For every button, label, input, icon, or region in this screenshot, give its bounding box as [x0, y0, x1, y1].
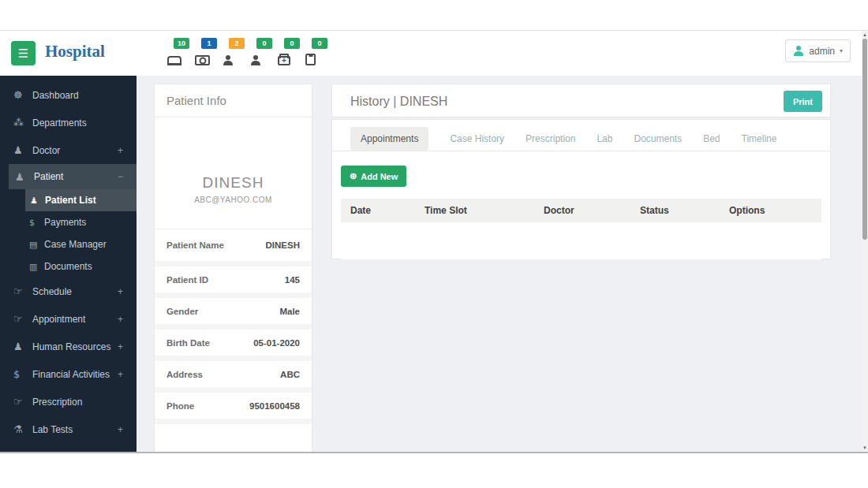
plus-circle-icon: ⊕: [350, 171, 357, 181]
beds-count-badge: 10: [174, 38, 189, 49]
plus-icon: +: [118, 314, 123, 325]
patients-count-badge: 2: [229, 38, 245, 49]
column-status: Status: [630, 205, 720, 216]
patient-field-row: Address ABC: [155, 356, 312, 387]
sidebar-item-dashboard[interactable]: ☸ Dashboard: [0, 81, 137, 109]
user-icon: ♟: [30, 196, 45, 206]
sidebar-item-doctor[interactable]: ♟ Doctor +: [0, 136, 137, 164]
plus-icon: +: [118, 424, 123, 435]
patient-field-row: Patient Name DINESH: [155, 229, 312, 261]
hand-icon: ☞: [13, 396, 32, 408]
sidebar-item-financial-activities[interactable]: $ Financial Activities +: [0, 360, 137, 388]
patient-name: DINESH: [155, 174, 312, 192]
print-button[interactable]: Print: [784, 91, 822, 112]
sidebar-item-schedule[interactable]: ☞ Schedule +: [0, 278, 137, 305]
minus-icon: −: [118, 171, 123, 182]
history-body-card: Appointments Case History Prescription L…: [331, 119, 831, 259]
main-content: Patient Info DINESH ABC@YAHOO.COM Patien…: [137, 76, 862, 452]
sidebar-item-departments[interactable]: ⁂ Departments: [0, 109, 137, 136]
tab-lab[interactable]: Lab: [597, 133, 612, 144]
history-tabs: Appointments Case History Prescription L…: [332, 120, 830, 151]
tab-prescription[interactable]: Prescription: [526, 133, 575, 144]
medkit-count-badge: 0: [284, 38, 300, 49]
patients-stat[interactable]: 2: [223, 35, 240, 72]
sidebar-item-appointment[interactable]: ☞ Appointment +: [0, 305, 137, 333]
vertical-scrollbar[interactable]: ▲ ▼: [862, 31, 868, 452]
appointments-table: Date Time Slot Doctor Status Options: [341, 199, 821, 259]
file-icon: ▥: [29, 262, 44, 272]
plus-icon: +: [118, 145, 123, 156]
patient-info-title: Patient Info: [155, 84, 312, 117]
person-icon: [250, 55, 261, 65]
tab-documents[interactable]: Documents: [634, 133, 682, 144]
sidebar-item-patient-list[interactable]: ♟ Patient List: [25, 189, 137, 211]
hand-icon: ☞: [13, 313, 32, 325]
hamburger-icon: ☰: [18, 47, 28, 60]
clipboard-icon: [305, 54, 316, 65]
sidebar-item-prescription[interactable]: ☞ Prescription: [0, 388, 137, 415]
patient-icon: [223, 55, 234, 65]
plus-icon: +: [118, 341, 123, 352]
bed-icon: [167, 56, 181, 65]
hamburger-menu-button[interactable]: ☰: [11, 41, 36, 65]
payments-count-badge: 1: [201, 38, 217, 49]
plus-icon: +: [118, 286, 123, 297]
tab-bed[interactable]: Bed: [703, 133, 720, 144]
plus-icon: +: [118, 369, 123, 380]
brand-title: Hospital: [45, 42, 105, 61]
table-empty-body: [341, 222, 821, 259]
sitemap-icon: ⁂: [13, 117, 32, 129]
sidebar-nav: ☸ Dashboard ⁂ Departments ♟ Doctor + ♟ P…: [0, 76, 137, 452]
history-title: History | DINESH: [350, 84, 447, 118]
add-new-button[interactable]: ⊕ Add New: [341, 166, 406, 187]
column-options: Options: [720, 205, 821, 216]
app-window: ☰ Hospital 10 1 2 0: [0, 30, 868, 453]
patient-field-row: Phone 9501600458: [155, 387, 312, 419]
top-header: ☰ Hospital 10 1 2 0: [0, 31, 868, 76]
admin-menu[interactable]: admin ▾: [785, 39, 851, 62]
scroll-up-arrow[interactable]: ▲: [862, 31, 868, 39]
patient-fields: Patient Name DINESH Patient ID 145 Gende…: [155, 229, 312, 450]
scrollbar-thumb[interactable]: [862, 39, 867, 240]
patient-avatar-block: DINESH ABC@YAHOO.COM: [155, 117, 312, 229]
users-icon: ♟: [13, 144, 32, 156]
sidebar-item-case-manager[interactable]: ▤ Case Manager: [0, 233, 137, 255]
sidebar-item-documents[interactable]: ▥ Documents: [0, 255, 137, 278]
payments-stat[interactable]: 1: [195, 35, 212, 72]
persons-stat[interactable]: 0: [250, 35, 268, 72]
banknote-icon: [195, 55, 210, 65]
admin-label: admin: [809, 46, 835, 57]
reports-count-badge: 0: [312, 38, 327, 49]
hand-icon: ☞: [13, 285, 32, 297]
reports-stat[interactable]: 0: [305, 35, 323, 72]
tab-timeline[interactable]: Timeline: [742, 133, 777, 144]
tab-case-history[interactable]: Case History: [450, 133, 504, 144]
flask-icon: ⚗: [13, 423, 32, 435]
tab-appointments[interactable]: Appointments: [350, 127, 428, 151]
column-doctor: Doctor: [534, 205, 630, 216]
scroll-down-arrow[interactable]: ▼: [862, 444, 868, 452]
dollar-icon: $: [29, 218, 44, 228]
book-icon: ▤: [29, 240, 44, 250]
history-header-card: History | DINESH Print: [331, 84, 831, 117]
column-time-slot: Time Slot: [415, 205, 534, 216]
persons-count-badge: 0: [256, 38, 272, 49]
sidebar-item-payments[interactable]: $ Payments: [0, 211, 137, 233]
column-date: Date: [341, 205, 415, 216]
screenshot-canvas: ☰ Hospital 10 1 2 0: [0, 0, 868, 488]
medkit-stat[interactable]: 0 +: [278, 35, 295, 72]
patient-info-card: Patient Info DINESH ABC@YAHOO.COM Patien…: [154, 84, 312, 453]
patient-field-row: Birth Date 05-01-2020: [155, 324, 312, 356]
users-icon: ♟: [13, 341, 32, 352]
user-icon: [793, 46, 804, 56]
sidebar-item-lab-tests[interactable]: ⚗ Lab Tests +: [0, 415, 137, 443]
patient-field-row: [155, 419, 312, 450]
sidebar-item-patient[interactable]: ♟ Patient −: [9, 164, 137, 189]
sidebar-item-human-resources[interactable]: ♟ Human Resources +: [0, 333, 137, 360]
beds-stat[interactable]: 10: [167, 35, 185, 72]
dashboard-icon: ☸: [13, 89, 32, 101]
users-icon: ♟: [15, 171, 34, 183]
dollar-icon: $: [13, 368, 32, 380]
medkit-icon: +: [278, 56, 290, 65]
patient-email: ABC@YAHOO.COM: [155, 196, 312, 204]
